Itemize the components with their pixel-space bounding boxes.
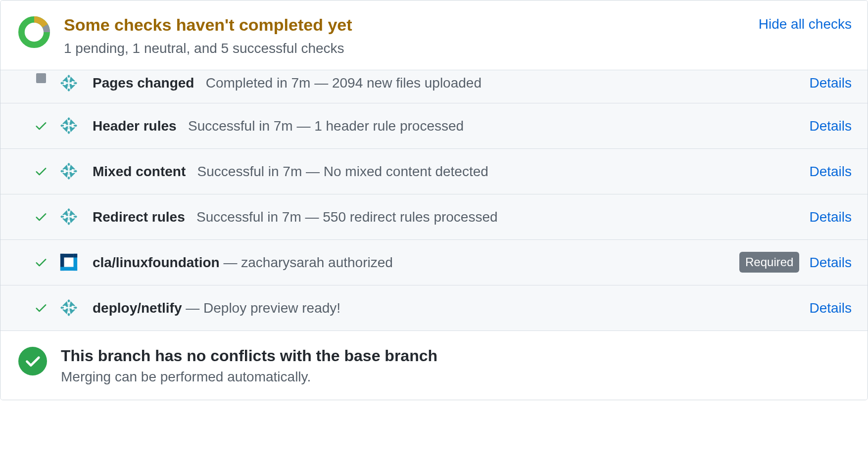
details-link[interactable]: Details [809, 298, 852, 318]
svg-point-31 [64, 169, 66, 172]
svg-point-47 [68, 211, 70, 214]
svg-point-45 [64, 217, 66, 219]
check-name: Header rules [93, 118, 177, 134]
svg-point-67 [18, 347, 47, 375]
check-row: Header rules Successful in 7m — 1 header… [0, 103, 868, 148]
details-link[interactable]: Details [809, 73, 852, 93]
merge-conflict-title: This branch has no conflicts with the ba… [61, 346, 437, 367]
svg-point-36 [68, 175, 70, 177]
netlify-avatar-icon [55, 298, 83, 318]
check-description: zacharysarah authorized [241, 255, 393, 270]
check-description: Deploy preview ready! [203, 300, 340, 316]
check-description: Completed in 7m — 2094 new files uploade… [206, 75, 482, 91]
svg-point-21 [64, 126, 66, 128]
netlify-avatar-icon [55, 116, 83, 136]
check-text: Header rules Successful in 7m — 1 header… [93, 116, 799, 136]
merge-conflict-text: This branch has no conflicts with the ba… [61, 346, 437, 385]
svg-point-62 [72, 306, 74, 308]
svg-point-7 [64, 81, 66, 83]
svg-point-66 [68, 311, 70, 314]
check-name: Mixed content [93, 164, 186, 179]
check-text: deploy/netlify — Deploy preview ready! [93, 298, 799, 318]
check-separator [186, 164, 197, 179]
details-link[interactable]: Details [809, 207, 852, 227]
check-description: Successful in 7m — No mixed content dete… [197, 164, 488, 179]
check-separator [177, 118, 188, 134]
details-link[interactable]: Details [809, 253, 852, 272]
check-text: Redirect rules Successful in 7m — 550 re… [93, 207, 799, 227]
svg-point-24 [68, 129, 70, 132]
check-row: Mixed content Successful in 7m — No mixe… [0, 148, 868, 194]
check-row: Pages changed Completed in 7m — 2094 new… [0, 70, 868, 103]
svg-point-10 [72, 83, 74, 85]
merge-conflict-status: This branch has no conflicts with the ba… [0, 331, 868, 400]
checks-header-subtitle: 1 pending, 1 neutral, and 5 successful c… [64, 39, 759, 58]
check-name: cla/linuxfoundation [93, 255, 220, 270]
status-donut-icon [18, 16, 50, 50]
svg-point-8 [72, 81, 74, 83]
check-description: Successful in 7m — 550 redirect rules pr… [196, 209, 498, 225]
svg-point-19 [64, 124, 66, 126]
check-success-icon [27, 301, 55, 315]
check-separator [194, 75, 205, 91]
svg-rect-54 [74, 254, 78, 258]
check-neutral-icon [27, 73, 55, 83]
check-name: Redirect rules [93, 209, 185, 225]
check-success-icon [27, 119, 55, 133]
svg-point-44 [72, 215, 74, 217]
svg-point-43 [64, 215, 66, 217]
check-text: Pages changed Completed in 7m — 2094 new… [93, 73, 799, 93]
svg-point-65 [68, 302, 70, 305]
details-link[interactable]: Details [809, 162, 852, 181]
checks-header-title: Some checks haven't completed yet [64, 14, 759, 36]
merge-conflict-subtitle: Merging can be performed automatically. [61, 369, 437, 385]
netlify-avatar-icon [55, 207, 83, 227]
check-text: cla/linuxfoundation — zacharysarah autho… [93, 253, 731, 272]
svg-point-48 [68, 220, 70, 223]
success-circle-icon [18, 347, 47, 377]
hide-all-checks-link[interactable]: Hide all checks [759, 16, 852, 32]
checks-header-text: Some checks haven't completed yet 1 pend… [64, 14, 759, 58]
netlify-avatar-icon [55, 73, 83, 93]
check-name: Pages changed [93, 75, 194, 91]
checks-header: Some checks haven't completed yet 1 pend… [0, 0, 868, 70]
check-success-icon [27, 164, 55, 178]
check-separator [185, 209, 196, 225]
svg-point-20 [72, 124, 74, 126]
required-badge: Required [739, 252, 799, 273]
svg-point-9 [64, 83, 66, 85]
svg-point-22 [72, 126, 74, 128]
svg-point-46 [72, 217, 74, 219]
check-name: deploy/netlify [93, 300, 182, 316]
svg-point-11 [68, 77, 70, 80]
svg-point-64 [72, 308, 74, 310]
linuxfoundation-avatar-icon [55, 253, 83, 272]
details-link[interactable]: Details [809, 116, 852, 136]
check-row: deploy/netlify — Deploy preview ready!De… [0, 285, 868, 330]
svg-point-61 [64, 306, 66, 308]
svg-point-12 [68, 86, 70, 89]
check-row: cla/linuxfoundation — zacharysarah autho… [0, 239, 868, 285]
svg-point-34 [72, 171, 74, 174]
merge-status-panel: Some checks haven't completed yet 1 pend… [0, 0, 868, 400]
svg-point-33 [64, 171, 66, 174]
check-row: Redirect rules Successful in 7m — 550 re… [0, 194, 868, 239]
check-success-icon [27, 255, 55, 269]
check-separator: — [220, 255, 241, 270]
svg-point-35 [68, 166, 70, 168]
svg-point-23 [68, 120, 70, 123]
svg-point-63 [64, 308, 66, 310]
check-description: Successful in 7m — 1 header rule process… [188, 118, 464, 134]
svg-point-32 [72, 169, 74, 172]
check-text: Mixed content Successful in 7m — No mixe… [93, 162, 799, 181]
check-success-icon [27, 210, 55, 224]
checks-list: Pages changed Completed in 7m — 2094 new… [0, 70, 868, 331]
netlify-avatar-icon [55, 161, 83, 181]
check-separator: — [182, 300, 203, 316]
